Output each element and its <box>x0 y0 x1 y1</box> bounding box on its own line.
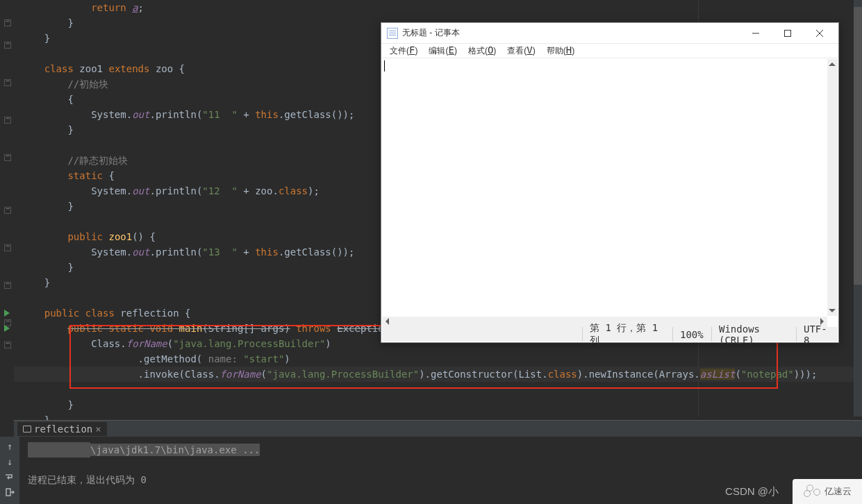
text-cursor <box>384 60 385 72</box>
close-button[interactable] <box>804 24 836 43</box>
editor-gutter <box>0 0 14 417</box>
fold-icon[interactable] <box>4 244 11 251</box>
console-side-toolbar: ↑ ↓ <box>0 437 19 504</box>
console-tab-close-icon[interactable]: × <box>95 423 101 435</box>
notepad-vertical-scrollbar[interactable] <box>827 59 838 316</box>
status-zoom: 100% <box>672 327 711 342</box>
run-arrow-icon[interactable] <box>4 310 10 317</box>
fold-icon[interactable] <box>4 19 11 26</box>
code-line[interactable]: } <box>14 199 74 214</box>
notepad-titlebar[interactable]: 无标题 - 记事本 <box>381 23 838 44</box>
code-line[interactable]: .getMethod( name: "start") <box>14 351 290 367</box>
notepad-title: 无标题 - 记事本 <box>402 27 740 39</box>
scroll-up-arrow-icon[interactable] <box>829 62 836 66</box>
code-line[interactable]: //静态初始块 <box>14 153 128 168</box>
scroll-down-icon[interactable]: ↓ <box>4 456 15 467</box>
notepad-statusbar: 第 1 行，第 1 列 100% Windows (CRLF) UTF-8 <box>382 327 838 342</box>
badge-logo-icon <box>804 486 822 497</box>
notepad-menu-item[interactable]: 帮助(H) <box>541 44 580 58</box>
code-line[interactable]: Class.forName("java.lang.ProcessBuilder"… <box>14 336 331 351</box>
code-line[interactable]: } <box>14 15 74 31</box>
status-encoding: UTF-8 <box>796 327 838 342</box>
console-tab-label: reflection <box>34 423 92 435</box>
console-tab-reflection[interactable]: reflection × <box>17 422 107 436</box>
maximize-button[interactable] <box>772 24 804 43</box>
run-arrow-icon[interactable] <box>4 325 10 332</box>
fold-icon[interactable] <box>4 79 11 86</box>
code-line[interactable]: .invoke(Class.forName("java.lang.Process… <box>14 367 817 382</box>
corner-badge: 亿速云 <box>793 479 862 504</box>
fold-icon[interactable] <box>4 342 11 348</box>
notepad-textarea[interactable] <box>382 59 827 316</box>
status-eol: Windows (CRLF) <box>711 327 796 342</box>
code-line[interactable]: } <box>14 275 50 290</box>
softwrap-icon[interactable] <box>4 471 15 482</box>
console-line-2: 进程已结束，退出代码为 0 <box>28 473 855 487</box>
notepad-app-icon <box>387 28 398 39</box>
watermark-text: CSDN @小 <box>725 485 779 498</box>
notepad-menubar: 文件(F)编辑(E)格式(O)查看(V)帮助(H) <box>381 44 838 58</box>
notepad-menu-item[interactable]: 格式(O) <box>463 44 502 58</box>
code-line[interactable]: } <box>14 122 74 137</box>
scroll-thumb[interactable] <box>854 7 862 285</box>
fold-icon[interactable] <box>4 207 11 214</box>
fold-icon[interactable] <box>4 154 11 161</box>
exit-icon[interactable] <box>4 487 15 498</box>
code-line[interactable]: System.out.println("11 " + this.getClass… <box>14 107 354 122</box>
fold-icon[interactable] <box>4 282 11 289</box>
code-line[interactable]: } <box>14 31 50 46</box>
fold-icon[interactable] <box>4 117 11 124</box>
notepad-menu-item[interactable]: 文件(F) <box>384 44 423 58</box>
code-line[interactable]: static { <box>14 168 115 183</box>
code-line[interactable]: System.out.println("13 " + this.getClass… <box>14 244 354 260</box>
code-line[interactable]: public static void main(String[] args) t… <box>14 321 401 336</box>
notepad-window[interactable]: 无标题 - 记事本 文件(F)编辑(E)格式(O)查看(V)帮助(H) 第 1 … <box>381 22 839 343</box>
fold-icon[interactable] <box>4 42 11 49</box>
scroll-down-arrow-icon[interactable] <box>829 309 836 312</box>
console-output[interactable]: \java\jdk1.7\bin\java.exe ... 进程已结束，退出代码… <box>21 437 862 485</box>
notepad-menu-item[interactable]: 查看(V) <box>502 44 540 58</box>
code-line[interactable]: public class reflection { <box>14 305 190 321</box>
console-tab-bar: reflection × <box>14 420 862 437</box>
code-line[interactable]: } <box>14 397 74 412</box>
notepad-menu-item[interactable]: 编辑(E) <box>423 44 462 58</box>
console-run-icon <box>23 426 31 432</box>
console-line-1: \java\jdk1.7\bin\java.exe ... <box>90 444 260 456</box>
code-line[interactable]: //初始块 <box>14 76 108 92</box>
svg-rect-1 <box>785 30 791 36</box>
code-line[interactable]: } <box>14 260 74 275</box>
code-line[interactable]: { <box>14 92 74 107</box>
minimize-button[interactable] <box>740 24 772 43</box>
status-position: 第 1 行，第 1 列 <box>582 327 672 342</box>
code-line[interactable]: public zoo1() { <box>14 229 156 244</box>
code-line[interactable]: return a; <box>14 0 144 15</box>
code-line[interactable]: class zoo1 extends zoo { <box>14 61 185 76</box>
badge-text: 亿速云 <box>824 485 852 498</box>
scroll-up-icon[interactable]: ↑ <box>4 441 15 452</box>
code-line[interactable]: System.out.println("12 " + zoo.class); <box>14 183 320 199</box>
scroll-left-arrow-icon[interactable] <box>386 318 389 325</box>
editor-scroll-overview[interactable] <box>854 0 862 417</box>
